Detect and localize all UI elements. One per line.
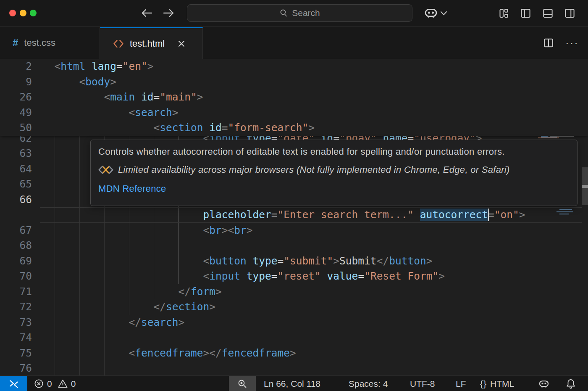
code-line[interactable]: <body> <box>42 74 116 90</box>
text-cursor <box>488 209 489 221</box>
title-bar: Search <box>0 0 588 27</box>
html-file-icon <box>113 39 124 48</box>
line-number[interactable]: 65 <box>0 177 32 192</box>
back-arrow-icon[interactable] <box>140 7 153 19</box>
line-number[interactable]: 76 <box>0 361 32 375</box>
line-number[interactable]: 64 <box>0 161 32 177</box>
eol-status[interactable]: LF <box>456 376 466 391</box>
sticky-scroll[interactable]: 2<html lang="en">9<body>26<main id="main… <box>0 59 588 136</box>
tab-label: test.css <box>24 37 55 48</box>
css-file-icon: # <box>13 37 18 49</box>
more-actions-icon[interactable]: ··· <box>565 37 579 50</box>
toggle-primary-sidebar-icon[interactable] <box>520 8 531 19</box>
code-line[interactable]: <input type="reset" value="Reset Form"> <box>42 269 445 284</box>
overview-ruler-cursor-mark <box>582 185 588 188</box>
language-status[interactable]: {} HTML <box>480 376 514 391</box>
copilot-status-icon[interactable] <box>538 376 550 391</box>
copilot-icon[interactable] <box>423 5 438 21</box>
zoom-status-button[interactable] <box>229 376 256 391</box>
minimap-line <box>559 209 572 210</box>
minimap-line <box>538 137 559 138</box>
line-number[interactable]: 49 <box>0 105 32 121</box>
line-number[interactable]: 50 <box>0 120 32 136</box>
line-number[interactable]: 66 <box>0 192 32 208</box>
code-line[interactable]: <button type="submit">Submit</button> <box>42 254 432 269</box>
error-circle-icon <box>34 378 44 389</box>
tab-label: test.html <box>130 38 165 49</box>
status-bar: 0 0 Ln 66, Col 118 Spaces: 4 UTF-8 LF {}… <box>0 375 588 391</box>
search-input[interactable]: Search <box>187 4 412 22</box>
minimap-line <box>559 214 569 214</box>
minimize-window-button[interactable] <box>20 10 26 16</box>
error-count: 0 <box>47 379 52 389</box>
warning-triangle-icon <box>58 378 68 389</box>
tooltip-availability-note: Limited availability across major browse… <box>118 164 510 175</box>
code-line[interactable]: </form> <box>42 284 222 300</box>
indentation-status[interactable]: Spaces: 4 <box>349 376 388 391</box>
search-placeholder: Search <box>292 8 320 18</box>
line-number[interactable]: 72 <box>0 299 32 315</box>
line-number[interactable]: 71 <box>0 284 32 300</box>
split-editor-icon[interactable] <box>543 37 554 48</box>
line-number[interactable]: 68 <box>0 238 32 254</box>
line-number[interactable]: 75 <box>0 346 32 361</box>
zoom-magnifier-plus-icon <box>237 379 247 389</box>
forward-arrow-icon[interactable] <box>163 7 175 19</box>
code-line[interactable]: <section id="form-search"> <box>42 120 315 136</box>
code-line[interactable]: <main id="main"> <box>42 90 203 105</box>
baseline-limited-availability-icon <box>98 165 113 175</box>
maximize-window-button[interactable] <box>30 10 37 16</box>
code-line[interactable]: <br><br> <box>42 223 253 238</box>
close-icon[interactable] <box>178 40 185 48</box>
search-icon <box>279 9 288 18</box>
code-line[interactable]: </section> <box>42 299 215 315</box>
hover-tooltip: Controls whether autocorrection of edita… <box>90 140 578 206</box>
encoding-status[interactable]: UTF-8 <box>410 376 435 391</box>
toggle-panel-icon[interactable] <box>542 8 554 19</box>
line-number[interactable]: 63 <box>0 146 32 161</box>
code-line[interactable]: <search> <box>42 105 178 121</box>
braces-icon: {} <box>480 379 487 389</box>
problems-status[interactable]: 0 0 <box>34 376 76 391</box>
mdn-reference-link[interactable]: MDN Reference <box>98 183 570 194</box>
line-number[interactable]: 26 <box>0 90 32 105</box>
tab-test-css[interactable]: # test.css <box>0 27 100 59</box>
tab-test-html[interactable]: test.html <box>100 27 203 59</box>
line-number[interactable]: 69 <box>0 254 32 269</box>
line-number[interactable]: 2 <box>0 59 32 74</box>
toggle-secondary-sidebar-icon[interactable] <box>564 8 575 19</box>
word-highlight: autocorrect <box>420 209 488 221</box>
code-line[interactable]: placeholder="Enter search term..." autoc… <box>42 207 525 223</box>
line-number[interactable]: 9 <box>0 74 32 90</box>
customize-layout-icon[interactable] <box>498 8 509 19</box>
line-number[interactable]: 74 <box>0 330 32 346</box>
tooltip-description: Controls whether autocorrection of edita… <box>98 146 570 157</box>
tab-bar: # test.css test.html ··· <box>0 27 588 59</box>
editor[interactable]: 62<input type="date" id="bday" name="use… <box>0 59 588 375</box>
code-line[interactable]: </search> <box>42 315 184 330</box>
line-number[interactable]: 67 <box>0 223 32 238</box>
notifications-bell-icon[interactable] <box>566 376 576 391</box>
code-line[interactable]: <fencedframe></fencedframe> <box>42 346 296 361</box>
cursor-position-status[interactable]: Ln 66, Col 118 <box>264 376 320 391</box>
remote-indicator-icon <box>8 378 19 389</box>
vscode-window: Search # test.css test.ht <box>0 0 588 391</box>
minimap-line <box>556 211 573 212</box>
chevron-down-icon[interactable] <box>440 11 447 16</box>
code-line[interactable]: <html lang="en"> <box>42 59 154 74</box>
line-number[interactable]: 73 <box>0 315 32 330</box>
close-window-button[interactable] <box>9 10 16 16</box>
warning-count: 0 <box>71 379 76 389</box>
line-number[interactable]: 70 <box>0 269 32 284</box>
remote-indicator[interactable] <box>0 376 27 391</box>
language-label: HTML <box>490 379 514 389</box>
